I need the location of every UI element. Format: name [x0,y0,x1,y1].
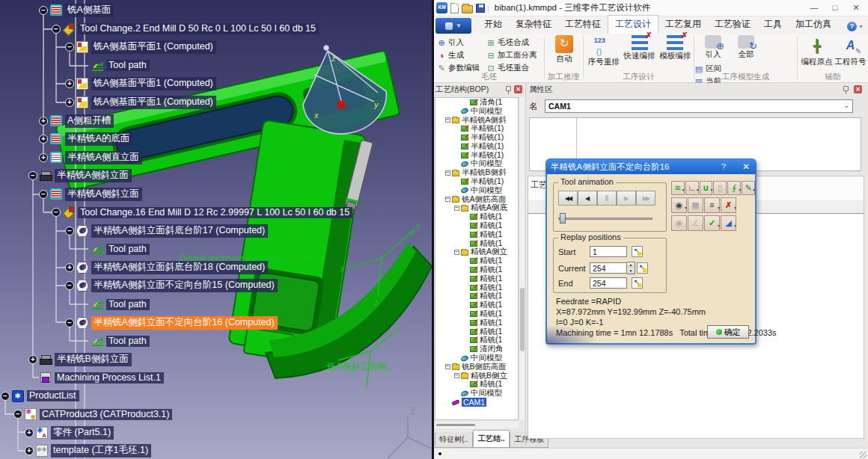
slider-thumb[interactable] [560,213,566,224]
current-input[interactable]: 254 [590,262,627,274]
tree-row[interactable]: Tool path [0,295,432,314]
tree-expand-toggle[interactable] [445,170,450,176]
ribbon-big-button[interactable]: 编程原点 [801,35,833,67]
new-file-icon[interactable] [450,3,459,13]
ribbon-big-button[interactable]: 序号重排 [587,35,621,67]
tree-node-label[interactable]: 半精铣A侧斜立面 [65,188,142,201]
tree-node-label[interactable]: Tool Change.16 End Mill D 12 Rc 2.99997 … [78,207,352,218]
ribbon-tab[interactable]: 工艺特征 [558,16,608,34]
rewind-icon[interactable] [558,191,578,206]
tree-row[interactable]: Tool path [0,332,432,351]
tree-expand-toggle[interactable] [65,79,74,88]
tree-node-label[interactable]: Tool Change.2 End Mill D 50 Rc 0 L 100 L… [78,23,319,34]
current-picker-button[interactable] [637,262,648,274]
tree-row[interactable]: A侧粗开槽 [0,111,432,130]
tree-node-label[interactable]: 半精铣A侧斜立面斜底台阶17 (Computed) [91,224,268,238]
tree-expand-toggle[interactable] [25,446,34,455]
tree-row[interactable]: 铣A侧基面 [0,1,432,20]
tree-row[interactable]: Tool Change.16 End Mill D 12 Rc 2.99997 … [0,203,432,222]
tree-node-label[interactable]: 半精铣A侧斜立面 [55,169,132,182]
ribbon-small-button[interactable]: 引入 [437,36,486,49]
ribbon-tab[interactable]: 工艺验证 [708,16,757,34]
forward-icon[interactable] [636,191,655,206]
replay-path-icon[interactable] [671,181,685,195]
dock-tab[interactable]: 工艺结.. [473,430,510,448]
dialog-help-button[interactable]: ? [718,162,729,171]
ribbon-small-button[interactable]: 毛坯合成 [486,36,545,49]
printout-icon[interactable] [704,197,720,213]
bop-tree[interactable]: 清角(1 中间模型 半精铣A侧斜 [435,97,519,420]
tree-node-label[interactable]: Tool path [106,60,150,71]
cylinder-icon[interactable] [713,181,727,195]
ribbon-big-button[interactable]: 自动 [548,35,581,64]
wire-icon[interactable] [727,181,741,195]
ribbon-tab[interactable]: 加工仿真 [789,16,838,34]
check-icon[interactable] [704,215,720,231]
tree-row[interactable]: Tool Change.2 End Mill D 50 Rc 0 L 100 L… [0,20,432,39]
name-combobox[interactable]: CAM1 ⌄ [545,99,853,113]
tree-row[interactable]: 铣A侧基面平面1 (Computed) [0,75,432,93]
tree-expand-toggle[interactable] [52,208,61,217]
dock-tab[interactable]: 特征树(.. [435,432,473,448]
tree-row[interactable]: template (工序1毛坯.1) [0,442,432,459]
tree-expand-toggle[interactable] [39,135,48,144]
tree-node-label[interactable]: Machining Process List.1 [55,372,164,383]
tree-node-label[interactable]: 铣A侧基面平面1 (Computed) [91,96,216,109]
tree-row[interactable]: 铣A侧基面平面1 (Computed) [0,38,432,57]
tree-expand-toggle[interactable] [454,206,459,211]
tree-row[interactable]: Tool path [0,57,432,76]
animation-slider[interactable] [558,213,655,224]
tree-row[interactable]: 零件 (Part5.1) [0,424,432,443]
slider-track[interactable] [558,218,652,220]
pause-icon[interactable] [597,191,617,206]
app-menu-button[interactable]: ▼ [435,18,471,34]
tree-expand-toggle[interactable] [39,153,48,162]
panel-close-icon[interactable]: ✕ [854,85,862,93]
tree-expand-toggle[interactable] [13,410,22,419]
tree-expand-toggle[interactable] [454,373,459,378]
tree-expand-toggle[interactable] [1,392,10,401]
maximize-button[interactable]: □ [825,0,846,16]
ribbon-tab[interactable]: 开始 [477,16,509,34]
tree-expand-toggle[interactable] [65,98,74,107]
tree-expand-toggle[interactable] [28,171,37,180]
close-button[interactable]: ✕ [846,0,867,16]
ribbon-small-button[interactable]: 生成 [437,49,486,61]
vertical-scrollbar[interactable] [519,97,525,420]
tree-expand-toggle[interactable] [445,364,450,369]
tree-row[interactable]: 半精铣A侧斜立面斜底台阶18 (Computed) [0,259,432,277]
current-spinner[interactable]: ▲▼ [627,262,635,274]
bop-node-label[interactable]: CAM1 [462,398,486,407]
tree-node-label[interactable]: CATProduct3 (CATProduct3.1) [40,409,172,420]
tree-expand-toggle[interactable] [445,117,450,123]
tree-node-label[interactable]: 半精铣A的底面 [65,132,132,146]
tree-row[interactable]: 半精铣A侧斜立面 [0,167,432,185]
help-button[interactable]: ? ▼ [847,22,864,31]
tree-row[interactable]: CATProduct3 (CATProduct3.1) [0,405,432,424]
u-path-icon[interactable] [700,181,713,195]
tree-node-label[interactable]: A侧粗开槽 [65,114,114,128]
tree-node-label[interactable]: 铣A侧基面平面1 (Computed) [91,40,216,54]
tree-expand-toggle[interactable] [39,117,48,126]
tree-node-label[interactable]: Tool path [106,299,150,310]
bop-tree-row[interactable]: CAM1 [435,398,518,407]
photo-icon[interactable] [671,215,687,231]
tree-expand-toggle[interactable] [39,6,48,15]
tree-expand-toggle[interactable] [454,250,459,255]
start-input[interactable]: 1 [590,246,627,257]
tree-node-label[interactable]: 零件 (Part5.1) [51,426,114,440]
tree-expand-toggle[interactable] [65,43,74,52]
start-picker-button[interactable] [632,246,643,257]
tree-expand-toggle[interactable] [65,318,74,327]
tree-row[interactable]: 半精铣A侧斜立面斜底台阶17 (Computed) [0,222,432,241]
end-input[interactable]: 254 [590,277,627,289]
tree-expand-toggle[interactable] [65,263,74,272]
resize-grip-icon[interactable] [860,452,867,458]
ribbon-tab[interactable]: 工具 [757,16,789,34]
scrollbar-thumb[interactable] [436,424,475,426]
save-icon[interactable] [688,197,703,213]
dialog-title-bar[interactable]: 半精铣A侧斜立面不定向台阶16 ? ✕ [546,159,756,174]
ribbon-big-button[interactable]: 快速编排 [623,35,657,67]
horizontal-scrollbar[interactable] [435,422,519,428]
dialog-close-button[interactable]: ✕ [741,161,751,172]
